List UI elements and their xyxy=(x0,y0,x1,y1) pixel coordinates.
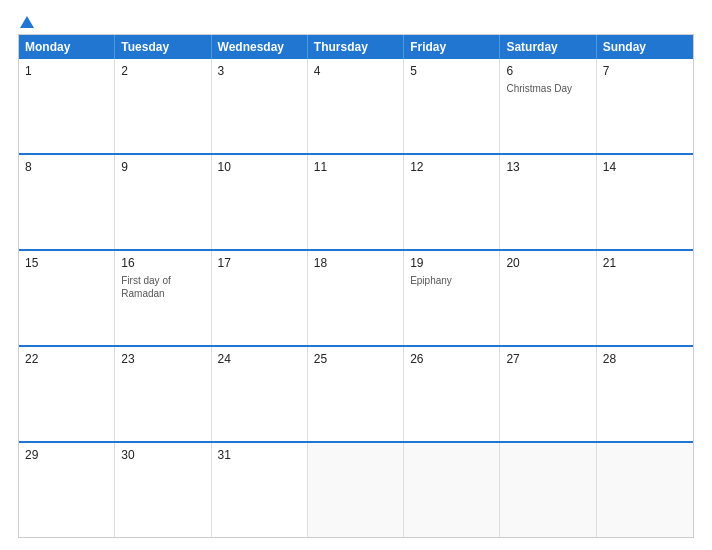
day-number: 2 xyxy=(121,64,204,78)
day-cell: 20 xyxy=(500,251,596,345)
weeks-container: 123456Christmas Day78910111213141516Firs… xyxy=(19,59,693,537)
day-cell: 9 xyxy=(115,155,211,249)
week-row-2: 891011121314 xyxy=(19,153,693,249)
day-number: 10 xyxy=(218,160,301,174)
week-row-1: 123456Christmas Day7 xyxy=(19,59,693,153)
day-number: 20 xyxy=(506,256,589,270)
day-number: 8 xyxy=(25,160,108,174)
day-number: 15 xyxy=(25,256,108,270)
col-header-tuesday: Tuesday xyxy=(115,35,211,59)
header xyxy=(18,16,694,28)
day-number: 29 xyxy=(25,448,108,462)
day-cell: 10 xyxy=(212,155,308,249)
col-header-thursday: Thursday xyxy=(308,35,404,59)
day-number: 5 xyxy=(410,64,493,78)
day-number: 1 xyxy=(25,64,108,78)
day-cell: 30 xyxy=(115,443,211,537)
col-header-monday: Monday xyxy=(19,35,115,59)
day-cell: 19Epiphany xyxy=(404,251,500,345)
day-cell: 14 xyxy=(597,155,693,249)
day-number: 14 xyxy=(603,160,687,174)
column-headers: MondayTuesdayWednesdayThursdayFridaySatu… xyxy=(19,35,693,59)
day-number: 24 xyxy=(218,352,301,366)
day-cell: 27 xyxy=(500,347,596,441)
day-number: 18 xyxy=(314,256,397,270)
week-row-3: 1516First day of Ramadan171819Epiphany20… xyxy=(19,249,693,345)
day-cell: 3 xyxy=(212,59,308,153)
day-cell: 17 xyxy=(212,251,308,345)
day-number: 19 xyxy=(410,256,493,270)
day-number: 4 xyxy=(314,64,397,78)
calendar: MondayTuesdayWednesdayThursdayFridaySatu… xyxy=(18,34,694,538)
day-number: 3 xyxy=(218,64,301,78)
day-number: 30 xyxy=(121,448,204,462)
day-number: 16 xyxy=(121,256,204,270)
col-header-wednesday: Wednesday xyxy=(212,35,308,59)
day-cell: 24 xyxy=(212,347,308,441)
logo-triangle-icon xyxy=(20,16,34,28)
day-number: 6 xyxy=(506,64,589,78)
day-number: 26 xyxy=(410,352,493,366)
day-number: 7 xyxy=(603,64,687,78)
day-cell: 15 xyxy=(19,251,115,345)
day-number: 13 xyxy=(506,160,589,174)
day-cell: 12 xyxy=(404,155,500,249)
day-number: 9 xyxy=(121,160,204,174)
day-event: First day of Ramadan xyxy=(121,274,204,300)
day-number: 23 xyxy=(121,352,204,366)
col-header-saturday: Saturday xyxy=(500,35,596,59)
day-cell: 6Christmas Day xyxy=(500,59,596,153)
day-cell: 5 xyxy=(404,59,500,153)
day-cell: 7 xyxy=(597,59,693,153)
day-cell: 2 xyxy=(115,59,211,153)
day-cell: 28 xyxy=(597,347,693,441)
week-row-5: 293031 xyxy=(19,441,693,537)
day-number: 11 xyxy=(314,160,397,174)
day-cell: 21 xyxy=(597,251,693,345)
day-cell: 26 xyxy=(404,347,500,441)
day-number: 31 xyxy=(218,448,301,462)
day-cell xyxy=(500,443,596,537)
day-cell xyxy=(597,443,693,537)
day-number: 27 xyxy=(506,352,589,366)
day-cell: 18 xyxy=(308,251,404,345)
day-number: 25 xyxy=(314,352,397,366)
day-number: 22 xyxy=(25,352,108,366)
day-number: 21 xyxy=(603,256,687,270)
day-cell: 22 xyxy=(19,347,115,441)
day-event: Epiphany xyxy=(410,274,493,287)
day-cell: 31 xyxy=(212,443,308,537)
col-header-friday: Friday xyxy=(404,35,500,59)
day-cell: 1 xyxy=(19,59,115,153)
day-number: 12 xyxy=(410,160,493,174)
day-cell xyxy=(404,443,500,537)
day-cell: 8 xyxy=(19,155,115,249)
logo xyxy=(18,16,34,28)
day-number: 28 xyxy=(603,352,687,366)
day-cell: 16First day of Ramadan xyxy=(115,251,211,345)
day-cell: 4 xyxy=(308,59,404,153)
col-header-sunday: Sunday xyxy=(597,35,693,59)
day-number: 17 xyxy=(218,256,301,270)
day-event: Christmas Day xyxy=(506,82,589,95)
day-cell: 23 xyxy=(115,347,211,441)
day-cell: 13 xyxy=(500,155,596,249)
day-cell: 11 xyxy=(308,155,404,249)
page: MondayTuesdayWednesdayThursdayFridaySatu… xyxy=(0,0,712,550)
day-cell xyxy=(308,443,404,537)
day-cell: 25 xyxy=(308,347,404,441)
day-cell: 29 xyxy=(19,443,115,537)
week-row-4: 22232425262728 xyxy=(19,345,693,441)
